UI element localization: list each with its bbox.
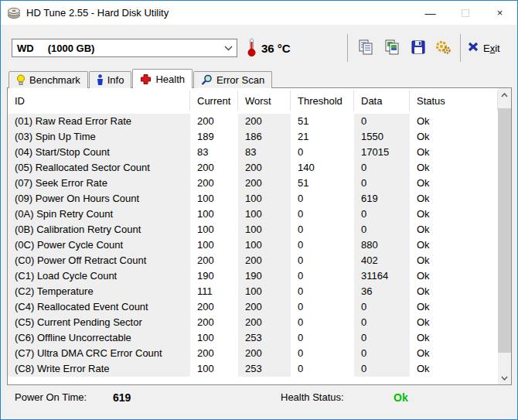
table-row[interactable]: (C7) Ultra DMA CRC Error Count20020000Ok [8,346,498,361]
table-row[interactable]: (01) Raw Read Error Rate200200510Ok [8,114,498,129]
tab-label: Error Scan [216,74,264,86]
cell-data: 36 [354,284,410,299]
column-header-worst[interactable]: Worst [238,90,291,111]
tab-label: Benchmark [29,74,80,86]
window-title: HD Tune 2.55 - Hard Disk Utility [26,7,169,19]
copy-image-icon [383,39,400,58]
table-row[interactable]: (0A) Spin Retry Count10010000Ok [8,207,498,222]
cell-worst: 200 [238,176,291,191]
table-row[interactable]: (C6) Offline Uncorrectable10025300Ok [8,330,498,346]
vertical-scrollbar[interactable] [498,88,511,384]
health-status-label: Health Status: [281,391,344,403]
cell-id: (0C) Power Cycle Count [8,237,190,253]
tab-health[interactable]: Health [132,69,193,88]
table-row[interactable]: (C0) Power Off Retract Count2002000402Ok [8,253,498,268]
table-row[interactable]: (C4) Reallocated Event Count20020000Ok [8,299,498,315]
cell-data: 0 [354,361,410,377]
toolbar-separator [347,34,348,62]
scroll-down-icon[interactable] [498,371,511,384]
cell-threshold: 0 [291,268,354,284]
cell-current: 100 [190,191,238,207]
maximize-button[interactable] [448,1,482,25]
cell-data: 619 [354,191,410,207]
cell-current: 100 [190,207,238,222]
app-window: HD Tune 2.55 - Hard Disk Utility — × WD … [0,0,518,420]
tab-info[interactable]: Info [89,71,132,88]
health-cross-icon [140,73,152,85]
close-button[interactable]: × [482,1,517,25]
cell-data: 402 [354,253,410,268]
copy-text-button[interactable] [354,37,377,59]
maximize-icon [462,9,469,17]
cell-worst: 83 [238,145,291,160]
table-body: (01) Raw Read Error Rate200200510Ok(03) … [8,114,498,377]
scrollbar-thumb[interactable] [498,108,511,353]
tab-error-scan[interactable]: Error Scan [193,71,272,88]
cell-threshold: 0 [291,315,354,330]
cell-status: Ok [410,315,498,330]
smart-attribute-panel: ID Current Worst Threshold Data Status (… [7,87,512,385]
drive-select[interactable]: WD (1000 GB) [12,39,237,57]
cell-data: 31164 [354,268,410,284]
cell-threshold: 51 [291,176,354,191]
column-header-threshold[interactable]: Threshold [291,90,354,111]
cell-worst: 200 [238,346,291,361]
exit-button[interactable]: Exit [468,39,500,57]
toolbar-separator [460,34,461,62]
cell-id: (C4) Reallocated Event Count [8,299,190,315]
table-row[interactable]: (C8) Write Error Rate10025300Ok [8,361,498,377]
table-row[interactable]: (07) Seek Error Rate200200510Ok [8,176,498,191]
cell-threshold: 0 [291,299,354,315]
table-header: ID Current Worst Threshold Data Status [8,88,498,114]
title-bar: HD Tune 2.55 - Hard Disk Utility — × [1,1,517,25]
copy-image-button[interactable] [380,37,404,59]
temperature-value: 36 °C [261,42,291,55]
tab-label: Info [107,74,124,86]
cell-status: Ok [410,176,498,191]
options-icon [435,39,452,58]
scroll-up-icon[interactable] [498,88,511,101]
column-header-current[interactable]: Current [190,90,238,111]
cell-id: (07) Seek Error Rate [8,176,190,191]
cell-data: 0 [354,222,410,237]
cell-threshold: 140 [291,160,354,176]
table-row[interactable]: (C1) Load Cycle Count190190031164Ok [8,268,498,284]
table-row[interactable]: (04) Start/Stop Count8383017015Ok [8,145,498,160]
exit-label: Exit [483,43,500,54]
column-header-status[interactable]: Status [410,90,498,111]
cell-worst: 200 [238,299,291,315]
table-row[interactable]: (C2) Temperature111100036Ok [8,284,498,299]
magnifier-icon [201,74,213,86]
cell-threshold: 51 [291,114,354,129]
column-header-data[interactable]: Data [354,90,410,111]
cell-id: (C5) Current Pending Sector [8,315,190,330]
minimize-button[interactable]: — [413,1,448,25]
cell-status: Ok [410,299,498,315]
options-button[interactable] [431,37,455,59]
save-button[interactable] [407,37,430,59]
cell-worst: 100 [238,191,291,207]
cell-id: (C6) Offline Uncorrectable [8,330,190,346]
column-header-id[interactable]: ID [8,90,190,111]
cell-status: Ok [410,253,498,268]
toolbar: WD (1000 GB) 36 °C [1,25,517,70]
cell-threshold: 0 [291,253,354,268]
cell-data: 0 [354,299,410,315]
cell-id: (01) Raw Read Error Rate [8,114,190,129]
table-row[interactable]: (C5) Current Pending Sector20020000Ok [8,315,498,330]
tab-bar: Benchmark Info Health [9,70,273,88]
cell-worst: 190 [238,268,291,284]
cell-data: 0 [354,160,410,176]
table-row[interactable]: (09) Power On Hours Count1001000619Ok [8,191,498,207]
table-row[interactable]: (03) Spin Up Time189186211550Ok [8,129,498,145]
tab-benchmark[interactable]: Benchmark [9,71,88,88]
cell-threshold: 0 [291,284,354,299]
smart-attribute-list: ID Current Worst Threshold Data Status (… [8,88,498,384]
table-row[interactable]: (05) Reallocated Sector Count2002001400O… [8,160,498,176]
table-row[interactable]: (0B) Calibration Retry Count10010000Ok [8,222,498,237]
cell-data: 880 [354,237,410,253]
table-row[interactable]: (0C) Power Cycle Count1001000880Ok [8,237,498,253]
cell-threshold: 0 [291,222,354,237]
cell-data: 1550 [354,129,410,145]
cell-current: 200 [190,315,238,330]
